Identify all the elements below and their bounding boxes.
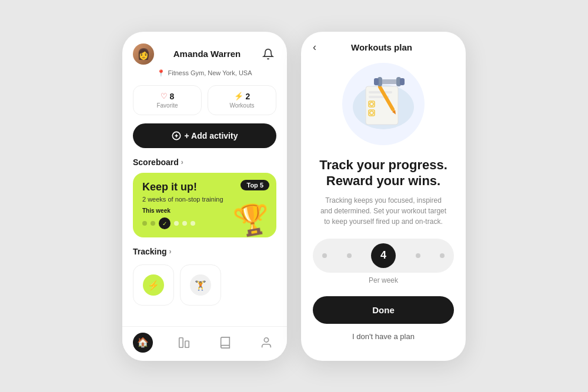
top-bar: ‹ Workouts plan <box>313 41 454 53</box>
notification-icon[interactable] <box>260 46 276 62</box>
top-badge: Top 5 <box>240 180 269 190</box>
chart-icon <box>174 333 194 353</box>
workouts-count: 2 <box>246 92 250 101</box>
dot-6 <box>191 221 195 226</box>
screen-title: Workouts plan <box>323 42 440 52</box>
nav-home[interactable]: 🏠 <box>133 333 153 353</box>
left-phone: 👩 Amanda Warren 📍 Fitness Gym, New York,… <box>122 32 287 361</box>
person-icon <box>256 333 276 353</box>
avatar: 👩 <box>133 43 154 65</box>
svg-rect-3 <box>179 337 183 347</box>
tracking-chevron-icon: › <box>169 247 172 256</box>
illustration-container <box>313 63 454 145</box>
user-name: Amanda Warren <box>154 49 260 59</box>
bolt-icon: ⚡ <box>234 92 243 100</box>
favorite-label: Favorite <box>156 102 178 109</box>
tracking-card-2[interactable]: 🏋 <box>180 264 221 306</box>
slider-dot-5 <box>440 253 445 258</box>
no-plan-link[interactable]: I don't have a plan <box>313 332 454 341</box>
nav-chart[interactable] <box>174 333 194 353</box>
tracking-cards: ⚡ 🏋 <box>133 264 276 306</box>
track-title: Track your progress. Reward your wins. <box>313 157 454 189</box>
illustration-circle <box>342 63 425 145</box>
track-description: Tracking keeps you focused, inspired and… <box>313 195 454 227</box>
frequency-slider[interactable]: 4 <box>313 239 454 273</box>
right-phone: ‹ Workouts plan <box>301 32 466 361</box>
slider-dot-1 <box>322 253 327 258</box>
tracking-icon-bolt: ⚡ <box>143 274 164 296</box>
dot-1 <box>142 221 147 226</box>
dot-5 <box>182 221 187 226</box>
tracking-card-1[interactable]: ⚡ <box>133 264 174 306</box>
svg-rect-19 <box>374 78 379 85</box>
scoreboard-card[interactable]: Top 5 Keep it up! 2 weeks of non-stop tr… <box>133 173 276 238</box>
per-week-label: Per week <box>313 276 454 284</box>
workouts-label: Workouts <box>229 102 254 109</box>
svg-point-5 <box>264 337 268 341</box>
svg-rect-20 <box>400 78 405 85</box>
location-row: 📍 Fitness Gym, New York, USA <box>133 69 276 77</box>
slider-dot-2 <box>347 253 352 258</box>
bottom-nav: 🏠 <box>122 326 287 361</box>
nav-book[interactable] <box>215 333 235 353</box>
nav-person[interactable] <box>256 333 276 353</box>
location-text: Fitness Gym, New York, USA <box>168 69 252 76</box>
svg-rect-4 <box>185 341 189 347</box>
dot-check: ✓ <box>159 217 171 229</box>
home-icon: 🏠 <box>133 333 153 353</box>
workout-illustration <box>348 69 419 139</box>
profile-header: 👩 Amanda Warren <box>133 43 276 65</box>
scoreboard-card-sub: 2 weeks of non-stop training <box>142 196 267 203</box>
tracking-section-title[interactable]: Tracking › <box>133 247 276 256</box>
dot-4 <box>174 221 179 226</box>
add-activity-button[interactable]: + Add activity <box>133 123 276 148</box>
dot-2 <box>151 221 155 226</box>
svg-rect-16 <box>380 79 398 84</box>
screen-container: 👩 Amanda Warren 📍 Fitness Gym, New York,… <box>0 0 588 392</box>
workouts-stat: ⚡ 2 Workouts <box>208 85 276 115</box>
favorite-stat: ♡ 8 Favorite <box>133 85 202 115</box>
back-button[interactable]: ‹ <box>313 41 316 53</box>
slider-active-value[interactable]: 4 <box>371 243 396 268</box>
tracking-icon-dumbbell: 🏋 <box>190 274 211 296</box>
scoreboard-section-title[interactable]: Scoreboard › <box>133 158 276 167</box>
book-icon <box>215 333 235 353</box>
add-activity-label: + Add activity <box>185 131 238 140</box>
scoreboard-chevron-icon: › <box>181 158 183 166</box>
done-button[interactable]: Done <box>313 296 454 324</box>
stats-row: ♡ 8 Favorite ⚡ 2 Workouts <box>133 85 276 115</box>
heart-icon: ♡ <box>161 92 168 100</box>
favorite-count: 8 <box>170 92 175 101</box>
location-icon: 📍 <box>157 69 165 77</box>
trophy-illustration: 🏆 <box>232 202 273 237</box>
slider-dot-4 <box>416 253 420 258</box>
